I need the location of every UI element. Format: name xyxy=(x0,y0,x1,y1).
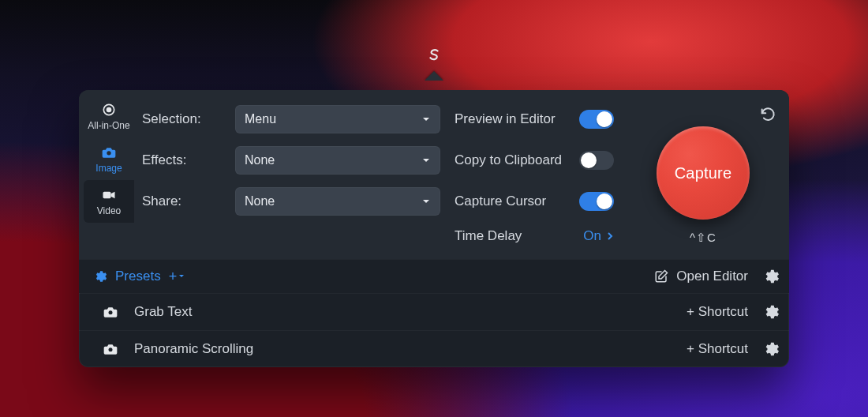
capture-button-label: Capture xyxy=(675,164,732,182)
plus-label: + xyxy=(169,269,178,285)
select-effects[interactable]: None xyxy=(235,146,440,175)
undo-button[interactable] xyxy=(759,106,776,123)
svg-point-2 xyxy=(107,151,110,155)
tab-label: Video xyxy=(97,205,121,216)
video-icon xyxy=(101,187,117,203)
select-value: None xyxy=(245,194,275,208)
tab-label: All-in-One xyxy=(88,120,129,131)
tab-label: Image xyxy=(95,163,122,174)
label-selection: Selection: xyxy=(142,111,221,127)
capture-panel: All-in-One Image Video xyxy=(79,90,789,367)
svg-rect-3 xyxy=(103,192,111,198)
snagit-menubar-icon[interactable] xyxy=(425,47,443,65)
label-time-delay: Time Delay xyxy=(455,228,522,244)
capture-shortcut-hint: ^⇧C xyxy=(690,231,716,245)
svg-point-1 xyxy=(107,108,111,112)
select-value: None xyxy=(245,153,275,167)
svg-point-4 xyxy=(109,310,113,314)
toggle-preview-in-editor[interactable] xyxy=(579,110,614,129)
camera-icon xyxy=(101,145,117,160)
select-value: Menu xyxy=(245,112,276,126)
label-capture-cursor: Capture Cursor xyxy=(455,193,546,209)
caret-down-icon xyxy=(421,197,431,206)
caret-down-icon xyxy=(421,156,431,165)
presets-bar: Presets + Open Editor xyxy=(79,259,789,293)
preset-settings-button[interactable] xyxy=(762,303,780,321)
label-share: Share: xyxy=(142,193,221,209)
tab-image[interactable]: Image xyxy=(84,137,134,180)
popover-pointer xyxy=(425,71,443,81)
svg-point-5 xyxy=(109,348,113,351)
edit-icon xyxy=(654,269,668,284)
gear-presets-icon xyxy=(93,269,107,284)
select-share[interactable]: None xyxy=(235,187,440,216)
mode-sidebar: All-in-One Image Video xyxy=(79,90,134,259)
caret-down-icon xyxy=(178,273,185,280)
camera-icon xyxy=(103,304,118,320)
presets-label[interactable]: Presets xyxy=(115,269,161,284)
preset-settings-button[interactable] xyxy=(762,340,780,358)
tab-all-in-one[interactable]: All-in-One xyxy=(84,95,134,137)
toggle-copy-to-clipboard[interactable] xyxy=(579,151,614,170)
panel-settings-button[interactable] xyxy=(762,268,780,285)
preset-name: Panoramic Scrolling xyxy=(134,341,253,357)
caret-down-icon xyxy=(421,115,431,124)
open-editor-label: Open Editor xyxy=(676,269,748,284)
time-delay-value: On xyxy=(583,228,601,244)
target-icon xyxy=(101,102,117,118)
preset-row[interactable]: Panoramic Scrolling + Shortcut xyxy=(79,330,789,367)
open-editor-button[interactable]: Open Editor xyxy=(654,269,748,284)
add-shortcut-button[interactable]: + Shortcut xyxy=(687,304,748,320)
add-shortcut-button[interactable]: + Shortcut xyxy=(687,341,748,357)
time-delay-button[interactable]: On xyxy=(583,228,614,244)
capture-button[interactable]: Capture xyxy=(657,126,750,220)
chevron-right-icon xyxy=(606,232,614,240)
toggle-capture-cursor[interactable] xyxy=(579,192,614,211)
preset-row[interactable]: Grab Text + Shortcut xyxy=(79,293,789,330)
tab-video[interactable]: Video xyxy=(84,180,134,223)
menubar-anchor xyxy=(425,47,443,81)
select-selection[interactable]: Menu xyxy=(235,105,440,133)
label-copy-to-clipboard: Copy to Clipboard xyxy=(455,152,562,168)
add-preset-button[interactable]: + xyxy=(169,269,185,285)
preset-name: Grab Text xyxy=(134,304,192,320)
label-effects: Effects: xyxy=(142,152,221,168)
settings-grid: Selection: Menu Preview in Editor Effect… xyxy=(134,90,789,259)
label-preview-in-editor: Preview in Editor xyxy=(455,111,556,127)
camera-icon xyxy=(103,341,118,357)
